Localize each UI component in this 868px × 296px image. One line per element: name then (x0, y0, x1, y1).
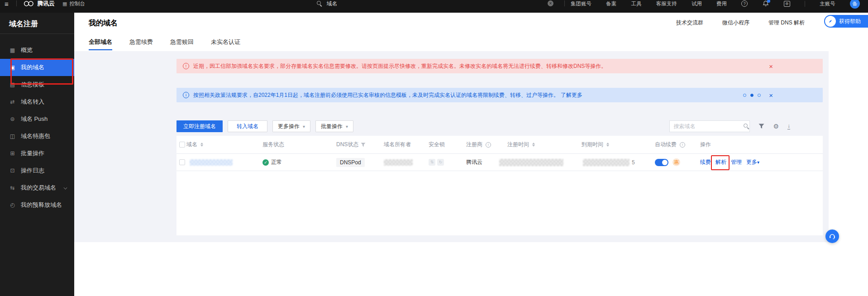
transfer-lock-icon[interactable]: ⇅ (429, 159, 435, 166)
console-settings-icon[interactable]: ⚙ (784, 1, 790, 7)
tencent-cloud-logo-icon (24, 1, 34, 6)
tab-not-verified[interactable]: 未实名认证 (211, 33, 240, 51)
carousel-dot-active[interactable] (750, 94, 754, 97)
header-links: 技术交流群 微信小程序 管理 DNS 解析 (676, 13, 805, 33)
more-link-label: 更多 (746, 159, 757, 165)
filter-icon[interactable] (758, 124, 764, 129)
sidebar-item-label: 域名 Push (21, 115, 48, 123)
promo-badge: 惠 (672, 158, 680, 166)
nav-billing[interactable]: 费用 (716, 0, 727, 7)
tab-redeem-soon[interactable]: 急需赎回 (170, 33, 194, 51)
search-clear-icon[interactable]: × (548, 0, 553, 6)
tab-label: 全部域名 (89, 38, 112, 46)
carousel-dot[interactable] (743, 94, 746, 97)
sidebar-item-label: 我的交易域名 (21, 184, 56, 192)
console-link[interactable]: ▦ 控制台 (62, 0, 85, 9)
owner-redacted (384, 159, 413, 166)
sidebar: 域名注册 ▦ 概览 ▣ 我的域名 ▤ 信息模板 ⇄ 域名转入 ⊜ 域名 Push (0, 13, 74, 296)
domain-redacted[interactable] (190, 159, 233, 166)
update-lock-icon[interactable]: ↻ (437, 159, 444, 166)
tab-renew-soon[interactable]: 急需续费 (129, 33, 153, 51)
row-checkbox[interactable] (179, 159, 185, 165)
download-icon[interactable]: ↓ (787, 123, 790, 129)
nav-icp-filing[interactable]: 备案 (606, 0, 616, 7)
wechat-miniprogram-link[interactable]: 微信小程序 (722, 19, 749, 27)
nav-trial[interactable]: 试用 (692, 0, 702, 7)
tab-all-domains[interactable]: 全部域名 (89, 33, 112, 51)
sidebar-item-domain-package[interactable]: ◫ 域名特惠包 (0, 128, 74, 145)
topbar-search-value[interactable]: 域名 (327, 0, 337, 9)
expiry-time-redacted (583, 159, 630, 166)
batch-actions-dropdown[interactable]: 批量操作 ▾ (315, 120, 353, 132)
batch-actions-label: 批量操作 (321, 123, 343, 130)
sort-icon[interactable] (606, 143, 609, 147)
get-help-button[interactable]: 获得帮助 (824, 15, 868, 28)
nav-group-account[interactable]: 集团账号 (571, 0, 591, 7)
info-icon[interactable]: i (680, 142, 685, 148)
more-actions-dropdown[interactable]: 更多操作 ▾ (272, 120, 310, 132)
sort-icon[interactable] (532, 143, 535, 147)
avatar[interactable]: 备 (850, 0, 860, 9)
carousel-dots (743, 94, 761, 97)
notification-bell-icon[interactable] (763, 0, 769, 7)
info-icon[interactable]: i (486, 142, 491, 148)
support-icon[interactable]: ? (741, 0, 748, 7)
search-icon (317, 1, 322, 6)
nav-support[interactable]: 客服支持 (656, 0, 677, 7)
chat-support-button[interactable] (825, 229, 839, 243)
nav-tools[interactable]: 工具 (631, 0, 641, 7)
transfer-in-icon: ⇄ (9, 99, 16, 105)
renew-link[interactable]: 续费 (700, 158, 711, 166)
tab-bar: 全部域名 急需续费 急需赎回 未实名认证 (74, 33, 868, 51)
auto-renew-toggle[interactable] (655, 159, 668, 166)
col-registrar: 注册商 (466, 141, 482, 148)
info-close-icon[interactable]: × (769, 91, 773, 99)
tech-group-link[interactable]: 技术交流群 (676, 19, 703, 27)
divider (564, 0, 565, 6)
sidebar-item-transfer-in[interactable]: ⇄ 域名转入 (0, 93, 74, 110)
learn-more-link[interactable]: 了解更多 (561, 92, 582, 98)
transfer-in-button[interactable]: 转入域名 (228, 120, 267, 132)
sidebar-item-operation-log[interactable]: ⊡ 操作日志 (0, 162, 74, 179)
carousel-dot[interactable] (758, 94, 761, 97)
more-link[interactable]: 更多▾ (746, 158, 759, 166)
sidebar-item-my-domains[interactable]: ▣ 我的域名 (0, 59, 74, 76)
account-menu[interactable]: 主账号 (820, 0, 835, 7)
manage-dns-link[interactable]: 管理 DNS 解析 (768, 19, 805, 27)
search-icon[interactable] (744, 124, 746, 129)
info-template-icon: ▤ (9, 81, 16, 88)
topbar-search[interactable] (317, 0, 322, 9)
domain-table: 域名 服务状态 DNS状态 域名所有者 安全锁 注册商 i (176, 136, 823, 235)
sidebar-item-domain-push[interactable]: ⊜ 域名 Push (0, 110, 74, 128)
toggle-knob (662, 160, 668, 165)
tab-label: 未实名认证 (211, 38, 240, 46)
caret-down-icon: ▾ (757, 160, 759, 165)
sidebar-item-overview[interactable]: ▦ 概览 (0, 42, 74, 59)
warning-close-icon[interactable]: × (769, 62, 773, 70)
sidebar-item-info-template[interactable]: ▤ 信息模板 (0, 76, 74, 93)
content-area: ! 近期，因工信部加强域名实名要求，部分存量域名实名信息需要修改。请按页面提示尽… (74, 51, 829, 242)
gear-icon[interactable]: ⚙ (773, 123, 779, 130)
sidebar-item-trade-domains[interactable]: ⇆ 我的交易域名 (0, 179, 74, 196)
dns-resolve-link[interactable]: 解析 (715, 158, 726, 166)
col-registration-time: 注册时间 (507, 141, 529, 148)
info-text: 按照相关政策法规要求，自2022年1月1日起，域名注册前必须使用已实名审核的信息… (193, 91, 732, 99)
hamburger-menu-icon[interactable]: ≡ (5, 0, 9, 9)
sort-icon[interactable] (200, 143, 203, 147)
register-domain-button[interactable]: 立即注册域名 (176, 120, 223, 132)
filter-icon[interactable] (361, 143, 366, 147)
manage-link[interactable]: 管理 (731, 158, 742, 166)
table-row: ✓ 正常 DNSPod ⇅ ↻ 腾讯云 5 (176, 154, 823, 171)
tencent-cloud-logo[interactable]: 腾讯云 (24, 0, 55, 9)
domain-search-input[interactable] (673, 123, 744, 129)
divider (805, 1, 805, 7)
sidebar-item-batch-operations[interactable]: ⊞ 批量操作 (0, 145, 74, 162)
sidebar-item-prerelease-domains[interactable]: ◴ 我的预释放域名 (0, 196, 74, 214)
select-all-checkbox[interactable] (179, 142, 185, 148)
col-domain: 域名 (186, 141, 197, 148)
col-owner: 域名所有者 (384, 141, 411, 148)
divider (16, 0, 17, 6)
caret-down-icon: ▾ (303, 124, 305, 129)
warning-banner: ! 近期，因工信部加强域名实名要求，部分存量域名实名信息需要修改。请按页面提示尽… (176, 59, 823, 73)
sidebar-item-label: 域名特惠包 (21, 132, 50, 140)
